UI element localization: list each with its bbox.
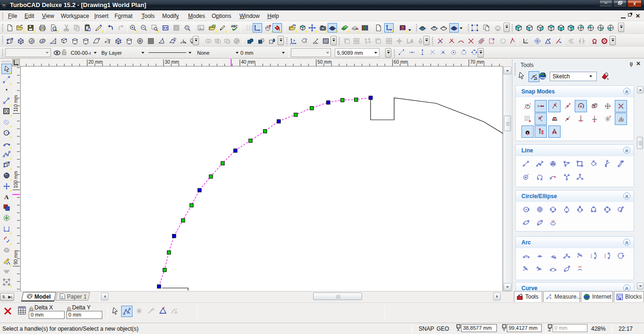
svg-text:?: ?	[316, 38, 318, 41]
svg-text:110 mm: 110 mm	[13, 95, 18, 112]
svg-text:20 mm: 20 mm	[89, 59, 103, 65]
svg-text:Y: Y	[529, 102, 531, 105]
svg-text:x: x	[524, 107, 526, 109]
svg-text:a:b: a:b	[578, 266, 582, 268]
svg-text:?: ?	[305, 41, 307, 44]
svg-text:3: 3	[591, 256, 592, 259]
svg-text:3: 3	[604, 256, 606, 259]
svg-text:90 mm: 90 mm	[13, 250, 18, 265]
svg-text:?: ?	[549, 296, 552, 301]
svg-text:3D: 3D	[173, 37, 176, 40]
svg-text:M: M	[610, 116, 611, 118]
svg-text:A: A	[4, 193, 9, 200]
svg-text:100 mm: 100 mm	[13, 171, 18, 188]
svg-text:?: ?	[402, 26, 404, 29]
svg-text:a:b: a:b	[552, 220, 555, 222]
svg-text:Y: Y	[503, 327, 505, 332]
svg-text:ABC: ABC	[231, 25, 238, 28]
svg-text:40 mm: 40 mm	[241, 59, 256, 65]
svg-text:60 mm: 60 mm	[394, 59, 408, 65]
svg-text:70 mm: 70 mm	[470, 59, 485, 65]
svg-text:1: 1	[61, 295, 64, 299]
svg-text:50 mm: 50 mm	[317, 59, 332, 65]
svg-text:30 mm: 30 mm	[165, 59, 179, 65]
svg-text:Z: Z	[548, 327, 551, 332]
svg-text:.: .	[541, 174, 542, 176]
svg-text:X: X	[457, 327, 460, 332]
svg-text:k: k	[595, 162, 597, 165]
svg-text:3D: 3D	[182, 41, 186, 44]
